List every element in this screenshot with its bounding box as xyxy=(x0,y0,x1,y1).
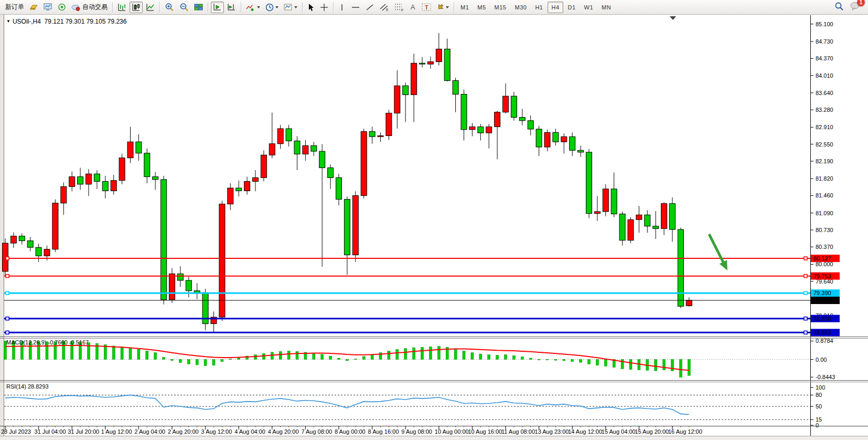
crosshair-icon[interactable] xyxy=(318,2,330,13)
fibonacci-icon[interactable]: F xyxy=(392,2,406,13)
candle-bear xyxy=(570,137,575,150)
timeframe-button-mn[interactable]: MN xyxy=(598,2,615,13)
auto-scroll-icon[interactable] xyxy=(211,2,224,13)
notification-badge[interactable]: 1 xyxy=(857,0,865,6)
macd-histogram-bar xyxy=(388,351,390,360)
equidistant-channel-icon[interactable]: E xyxy=(377,2,391,13)
timeframe-button-h1[interactable]: H1 xyxy=(531,2,546,13)
annotation-arrow-shaft[interactable] xyxy=(709,234,724,264)
zoom-in-icon[interactable] xyxy=(163,2,176,13)
macd-histogram-bar xyxy=(429,347,432,360)
candle-bear xyxy=(153,177,158,180)
candle-bear xyxy=(670,204,676,229)
candlestick-chart-icon[interactable] xyxy=(130,2,143,13)
time-axis-label: 2 Aug 20:00 xyxy=(168,428,199,435)
price-chart-canvas[interactable]: 85.10084.73084.37084.01083.64083.28082.9… xyxy=(0,0,868,440)
arrows-tool-icon[interactable] xyxy=(434,2,451,13)
level-line-handle[interactable] xyxy=(6,275,9,278)
price-level-label: 79.390 xyxy=(813,290,831,296)
new-order-button[interactable]: 新订单 xyxy=(3,2,26,13)
text-label-icon[interactable]: T xyxy=(420,2,433,13)
macd-label: MACD(12,26,9) -0.7660 -0.5167 xyxy=(6,339,89,345)
macd-signal-line xyxy=(5,345,689,370)
candle-bear xyxy=(328,168,334,178)
macd-histogram-bar xyxy=(329,356,332,359)
macd-histogram-bar xyxy=(163,358,165,360)
text-icon[interactable]: A xyxy=(407,2,419,13)
trendline-icon[interactable] xyxy=(363,2,376,13)
candle-bull xyxy=(44,249,50,256)
level-line-handle[interactable] xyxy=(804,331,807,334)
candle-bull xyxy=(352,195,358,255)
macd-histogram-bar xyxy=(404,349,407,360)
candle-bear xyxy=(553,132,559,142)
indicators-dropdown-caret[interactable] xyxy=(257,6,260,8)
macd-histogram-bar xyxy=(204,360,207,366)
rsi-axis-label: 50 xyxy=(816,403,822,410)
toolbar-separator xyxy=(333,2,334,13)
price-axis-tick-label: 81.460 xyxy=(816,192,833,198)
signals-icon[interactable] xyxy=(56,2,68,13)
search-icon[interactable] xyxy=(834,2,844,13)
level-line-handle[interactable] xyxy=(6,257,9,260)
price-axis-tick-label: 80.000 xyxy=(816,261,833,267)
templates-dropdown-caret[interactable] xyxy=(294,6,297,8)
macd-histogram-bar xyxy=(396,349,399,359)
timeframe-button-m15[interactable]: M15 xyxy=(491,2,510,13)
level-line-handle[interactable] xyxy=(6,291,9,295)
chart-shift-icon[interactable] xyxy=(225,2,238,13)
horizontal-line-icon[interactable] xyxy=(349,2,362,13)
candle-bull xyxy=(378,135,383,137)
macd-histogram-bar xyxy=(279,351,282,359)
candle-bear xyxy=(78,177,83,184)
macd-histogram-bar xyxy=(129,348,132,360)
timeframe-button-m5[interactable]: M5 xyxy=(474,2,489,13)
arrows-dropdown-caret[interactable] xyxy=(446,6,449,8)
candle-bull xyxy=(469,127,475,129)
timeframe-button-h4[interactable]: H4 xyxy=(548,2,563,13)
zoom-out-icon[interactable] xyxy=(177,2,191,13)
macd-histogram-bar xyxy=(488,355,490,360)
tile-windows-icon[interactable] xyxy=(192,2,205,13)
notifications-icon[interactable]: 1 xyxy=(850,2,861,13)
candle-bull xyxy=(594,212,600,214)
timeframe-button-d1[interactable]: D1 xyxy=(564,2,580,13)
level-line-handle[interactable] xyxy=(804,291,807,295)
level-line-handle[interactable] xyxy=(804,257,807,260)
candle-bull xyxy=(169,274,175,299)
candle-bear xyxy=(186,280,191,291)
periods-icon[interactable] xyxy=(263,2,281,13)
history-center-icon[interactable] xyxy=(27,2,40,13)
level-line-handle[interactable] xyxy=(804,275,807,278)
level-line-handle[interactable] xyxy=(804,317,807,320)
time-axis-label: 1 Aug 12:00 xyxy=(101,428,132,435)
chart-title: ▼USOil-,H4 79.121 79.301 79.105 79.236 xyxy=(6,18,126,25)
periods-dropdown-caret[interactable] xyxy=(275,6,278,8)
level-line-handle[interactable] xyxy=(6,317,9,320)
chart-shift-marker[interactable] xyxy=(670,16,676,20)
price-level-label: 80.127 xyxy=(813,255,831,261)
level-line-handle[interactable] xyxy=(6,331,9,334)
indicators-icon[interactable] xyxy=(244,2,262,13)
vertical-line-icon[interactable] xyxy=(336,2,348,13)
time-axis-label: 31 Jul 20:00 xyxy=(68,428,99,435)
cursor-icon[interactable] xyxy=(305,2,317,13)
macd-histogram-bar xyxy=(146,351,148,360)
macd-histogram-bar xyxy=(596,360,598,365)
timeframe-button-w1[interactable]: W1 xyxy=(581,2,597,13)
macd-histogram-bar xyxy=(212,360,215,365)
line-chart-icon[interactable] xyxy=(144,2,157,13)
chart-menu-triangle-icon[interactable]: ▼ xyxy=(6,19,10,24)
candle-bear xyxy=(478,127,484,133)
bar-chart-icon[interactable] xyxy=(115,2,128,13)
time-axis-label: 15 Aug 04:00 xyxy=(602,428,636,435)
candle-bear xyxy=(619,214,625,240)
autotrading-button[interactable]: 自动交易 xyxy=(69,2,110,13)
candle-bull xyxy=(277,129,283,144)
autotrading-icon xyxy=(71,4,80,11)
candle-bear xyxy=(311,145,317,151)
timeframe-button-m1[interactable]: M1 xyxy=(457,2,473,13)
templates-icon[interactable] xyxy=(282,2,299,13)
virtual-hosting-icon[interactable] xyxy=(41,2,55,13)
timeframe-button-m30[interactable]: M30 xyxy=(511,2,530,13)
